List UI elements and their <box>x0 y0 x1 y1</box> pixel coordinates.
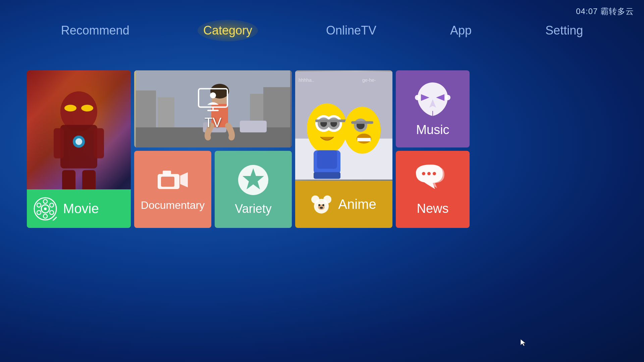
svg-rect-47 <box>317 150 337 169</box>
variety-label-text: Variety <box>235 202 271 216</box>
svg-rect-37 <box>295 139 392 180</box>
tile-movie[interactable]: Movie <box>27 70 131 228</box>
news-label-text: News <box>417 201 448 216</box>
content-grid: Movie <box>27 70 617 228</box>
svg-point-73 <box>422 172 425 175</box>
svg-point-15 <box>43 214 47 218</box>
mouse-cursor <box>520 339 527 345</box>
music-mask-icon <box>414 81 451 118</box>
svg-rect-4 <box>94 128 104 159</box>
svg-point-75 <box>433 172 436 175</box>
svg-point-14 <box>43 199 47 203</box>
nav-category[interactable]: Category <box>197 20 259 41</box>
svg-rect-55 <box>314 172 340 179</box>
minion-illustration: hhhha.. ge-he- <box>295 70 392 181</box>
svg-rect-52 <box>351 121 373 124</box>
film-reel-icon <box>34 197 57 221</box>
svg-point-60 <box>323 195 331 203</box>
svg-point-19 <box>50 210 54 215</box>
svg-point-10 <box>75 138 82 145</box>
tv-label: TV <box>198 88 228 130</box>
svg-text:ge-he-: ge-he- <box>362 77 376 83</box>
svg-point-63 <box>322 204 324 206</box>
tile-tv[interactable]: TV <box>134 70 292 147</box>
svg-rect-3 <box>54 128 64 159</box>
svg-point-59 <box>311 195 319 203</box>
tile-music[interactable]: Music <box>396 70 470 147</box>
svg-text:hhhha..: hhhha.. <box>299 77 314 83</box>
tile-anime[interactable]: hhhha.. ge-he- Anime <box>295 70 392 228</box>
svg-point-66 <box>415 95 420 100</box>
svg-rect-70 <box>163 171 171 175</box>
svg-point-67 <box>445 95 450 100</box>
svg-point-16 <box>37 203 41 207</box>
nav-app[interactable]: App <box>443 20 478 41</box>
nav-setting[interactable]: Setting <box>539 20 590 41</box>
svg-point-33 <box>210 93 216 99</box>
svg-point-62 <box>318 204 320 206</box>
top-info-bar: 04:07 霸转多云 <box>576 6 634 17</box>
svg-point-17 <box>50 203 54 207</box>
variety-star-icon <box>236 163 270 197</box>
svg-point-8 <box>81 105 93 112</box>
svg-rect-54 <box>357 138 371 141</box>
documentary-camera-icon <box>156 167 190 194</box>
nav-recommend[interactable]: Recommend <box>54 20 136 41</box>
svg-point-64 <box>320 207 323 209</box>
weather-label: 霸转多云 <box>600 7 634 16</box>
svg-rect-69 <box>161 177 174 187</box>
news-chat-icon <box>414 163 451 196</box>
svg-line-20 <box>53 217 56 221</box>
nav-bar: Recommend Category OnlineTV App Setting <box>0 20 644 41</box>
svg-point-18 <box>37 210 41 215</box>
svg-rect-27 <box>240 121 267 132</box>
documentary-label-text: Documentary <box>141 199 205 212</box>
music-label-text: Music <box>416 123 449 137</box>
nav-onlinetv[interactable]: OnlineTV <box>319 20 383 41</box>
anime-label-bar: Anime <box>295 181 392 228</box>
tv-monitor-icon <box>198 88 228 112</box>
movie-label-text: Movie <box>63 201 99 216</box>
clock: 04:07 <box>576 7 598 16</box>
svg-point-13 <box>44 207 47 210</box>
tile-documentary[interactable]: Documentary <box>134 151 211 228</box>
tv-label-text: TV <box>204 115 221 130</box>
tile-news[interactable]: News <box>396 151 470 228</box>
tile-variety[interactable]: Variety <box>215 151 292 228</box>
anime-label-text: Anime <box>338 197 376 212</box>
svg-point-74 <box>427 172 431 175</box>
movie-label-bar: Movie <box>27 189 131 228</box>
svg-point-7 <box>64 105 76 112</box>
anime-bear-icon <box>311 194 331 215</box>
anime-background-image: hhhha.. ge-he- <box>295 70 392 181</box>
